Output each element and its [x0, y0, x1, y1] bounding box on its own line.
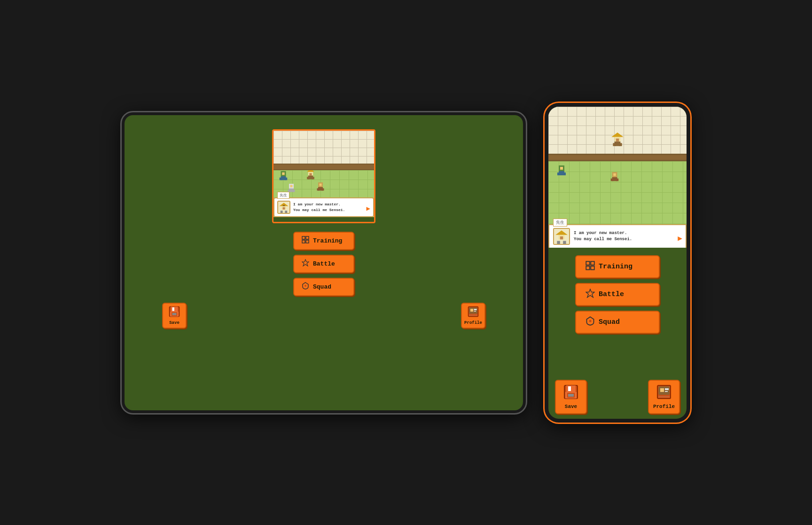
phone-save-icon [563, 384, 578, 403]
svg-rect-24 [283, 207, 285, 210]
training-icon [302, 236, 309, 246]
tablet-battle-button[interactable]: Battle [293, 255, 354, 273]
svg-rect-49 [613, 143, 616, 146]
svg-rect-50 [619, 143, 622, 146]
svg-rect-27 [283, 205, 285, 206]
floor-area: 先生 [273, 170, 374, 217]
tablet-dialog-box: 先生 [273, 197, 374, 217]
tablet-screen: 先生 [125, 115, 523, 410]
tablet-profile-label: Profile [464, 321, 482, 325]
phone-dialog-arrow: ▶ [678, 234, 682, 243]
svg-rect-54 [557, 172, 560, 175]
tablet-profile-button[interactable]: Profile [461, 303, 485, 329]
phone-save-label: Save [565, 404, 577, 409]
phone-dialog-box: 先生 [548, 224, 687, 248]
phone-game-scene: 先生 [548, 107, 687, 248]
svg-rect-57 [613, 173, 616, 176]
phone-save-button[interactable]: Save [555, 380, 587, 414]
svg-rect-77 [568, 394, 574, 397]
svg-rect-38 [172, 313, 177, 315]
phone-dialog-text: I am your new master. You may call me Se… [574, 230, 632, 242]
svg-rect-60 [616, 178, 619, 181]
tablet-bottom-bar: Save Pro [134, 303, 514, 329]
phone-training-icon [586, 261, 595, 273]
phone-menu-area: Training Battle [548, 248, 687, 380]
tablet-squad-button[interactable]: Squad [293, 278, 354, 296]
phone-squad-icon [586, 316, 595, 328]
svg-rect-25 [281, 211, 283, 213]
svg-rect-82 [665, 391, 668, 392]
phone-sensei-avatar [553, 228, 570, 245]
tablet-save-button[interactable]: Save [162, 303, 187, 329]
svg-rect-44 [469, 314, 477, 316]
tablet-save-label: Save [169, 321, 180, 325]
svg-point-71 [589, 320, 592, 322]
svg-point-32 [304, 285, 306, 287]
svg-rect-30 [302, 240, 305, 243]
svg-rect-43 [474, 311, 476, 312]
svg-rect-65 [557, 241, 560, 243]
phone-profile-icon [656, 384, 671, 403]
svg-rect-68 [591, 261, 594, 265]
svg-rect-67 [586, 261, 590, 265]
tablet-training-button[interactable]: Training [293, 232, 354, 250]
svg-rect-28 [302, 236, 305, 239]
tablet-game-scene: 先生 [272, 129, 375, 223]
phone-device: 先生 [545, 103, 690, 423]
tablet-dialog-arrow: ▶ [367, 204, 370, 212]
svg-rect-41 [470, 309, 473, 312]
phone-bottom-bar: Save Pro [548, 380, 687, 414]
svg-rect-74 [568, 386, 571, 391]
svg-rect-26 [285, 211, 287, 213]
tablet-dialog-text: I am your new master. You may call me Se… [293, 202, 345, 212]
svg-rect-55 [563, 172, 566, 175]
battle-icon [302, 259, 309, 269]
wall-area [273, 131, 374, 164]
tablet-dialog-speaker: 先生 [277, 192, 289, 199]
svg-rect-29 [306, 236, 309, 239]
tablet-content: 先生 [134, 129, 514, 401]
svg-marker-45 [611, 133, 624, 137]
svg-rect-31 [306, 240, 309, 243]
save-icon [169, 306, 180, 320]
phone-battle-button[interactable]: Battle [575, 283, 660, 306]
svg-rect-69 [586, 266, 590, 270]
phone-dialog-speaker: 先生 [553, 219, 567, 227]
svg-rect-83 [658, 396, 670, 398]
svg-rect-47 [616, 138, 619, 141]
tablet-menu-buttons: Training Battle [293, 232, 354, 296]
svg-rect-59 [611, 178, 614, 181]
phone-training-button[interactable]: Training [575, 255, 660, 278]
wood-divider [273, 164, 374, 170]
phone-battle-icon [586, 289, 595, 300]
svg-rect-52 [560, 167, 563, 170]
phone-game-content: 先生 [548, 107, 687, 419]
tablet-device: 先生 [122, 112, 526, 413]
scene-wrapper: 先生 [0, 0, 812, 525]
svg-rect-70 [591, 266, 594, 270]
phone-squad-button[interactable]: Squad [575, 311, 660, 334]
svg-rect-81 [665, 388, 669, 390]
squad-icon [302, 282, 309, 292]
phone-profile-label: Profile [653, 404, 675, 409]
svg-rect-80 [660, 388, 664, 392]
svg-rect-35 [172, 307, 175, 311]
profile-icon [468, 306, 479, 320]
tablet-sensei-avatar [277, 201, 290, 214]
svg-rect-66 [563, 241, 566, 243]
phone-profile-button[interactable]: Profile [648, 380, 680, 414]
svg-rect-42 [474, 309, 477, 310]
phone-screen: 先生 [548, 107, 687, 419]
svg-rect-64 [560, 236, 563, 239]
